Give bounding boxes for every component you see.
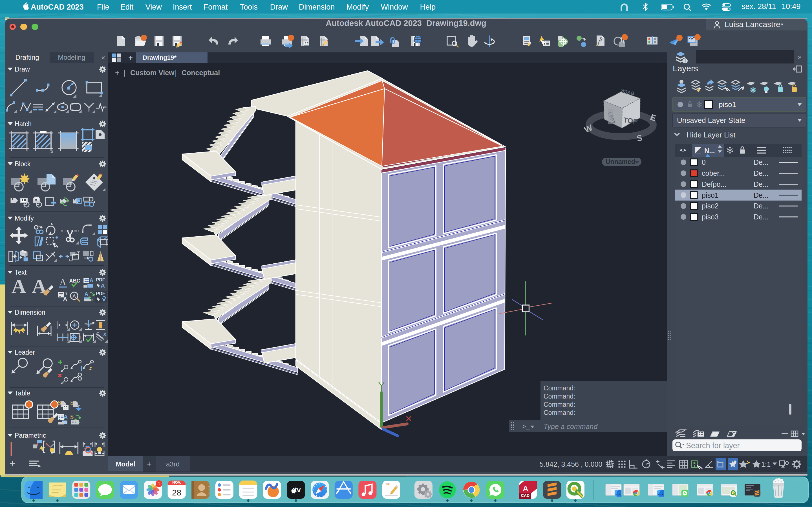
svg-text:Hatch: Hatch [14,120,31,128]
svg-text:>_: >_ [522,422,529,430]
svg-text:PDF: PDF [96,291,105,296]
svg-text:28: 28 [172,488,181,497]
svg-text:Block: Block [14,160,31,168]
svg-text:A: A [11,275,26,297]
svg-text:Defpo...: Defpo... [702,180,726,188]
svg-text:i: i [684,59,686,63]
svg-text:Model: Model [115,460,135,468]
svg-text:piso1: piso1 [702,191,718,199]
svg-text:Hide Layer List: Hide Layer List [686,131,735,139]
svg-text:Search for layer: Search for layer [686,441,740,450]
svg-text:1: 1 [158,481,160,487]
svg-text:Command:: Command: [543,400,575,408]
svg-text:Draw: Draw [14,66,30,73]
svg-text:A: A [63,414,67,420]
svg-text:Table: Table [14,390,30,397]
svg-text:NOV.: NOV. [172,480,181,485]
svg-text:A: A [72,293,75,299]
svg-text:A: A [523,484,528,493]
svg-text:De...: De... [753,169,768,177]
svg-text:A: A [59,277,66,287]
svg-text:Command:: Command: [543,384,575,392]
svg-text:“: “ [386,482,390,489]
svg-text:Leader: Leader [14,349,35,356]
svg-text:+: + [146,459,151,469]
svg-text:S: S [70,413,73,420]
svg-text:|: | [174,68,176,76]
svg-text:Custom View: Custom View [130,68,174,76]
svg-text:A: A [100,283,104,289]
svg-text:TOP: TOP [622,115,638,125]
svg-text:Unnamed: Unnamed [605,158,635,165]
svg-text:»: » [798,54,801,61]
svg-text:Type a command: Type a command [543,422,598,430]
svg-text:|: | [123,68,125,76]
svg-text:Command:: Command: [543,392,575,400]
svg-text:x: x [103,331,106,337]
svg-text:piso2: piso2 [702,202,718,210]
svg-text:+: + [115,68,119,76]
svg-text:E: E [649,112,657,123]
svg-text:.1: .1 [77,335,81,340]
svg-text:cober...: cober... [702,169,725,177]
svg-text:a3rd: a3rd [166,460,179,468]
svg-text:A: A [89,277,93,283]
svg-text:piso1: piso1 [718,100,736,109]
svg-text:A: A [63,296,67,303]
svg-text:De...: De... [753,158,768,166]
svg-text:CAD: CAD [521,493,529,498]
svg-text:Modify: Modify [14,215,34,222]
svg-text:Layers: Layers [672,64,698,73]
svg-text:A: A [84,291,88,297]
svg-text:De...: De... [753,191,768,199]
svg-text:Conceptual: Conceptual [181,68,220,76]
svg-text:De...: De... [753,213,768,221]
svg-text:De...: De... [753,180,768,188]
svg-text:De...: De... [753,202,768,210]
svg-text:piso3: piso3 [702,213,718,221]
svg-text:Parametric: Parametric [14,432,46,439]
svg-text:N...: N... [704,147,714,154]
svg-text:Dimension: Dimension [14,309,45,316]
svg-text:0: 0 [702,158,705,166]
svg-text:5.842, 3.456 , 0.000: 5.842, 3.456 , 0.000 [539,460,602,468]
svg-text:Command:: Command: [543,409,575,416]
svg-text:Unsaved Layer State: Unsaved Layer State [677,116,745,124]
svg-text:PDF: PDF [96,277,105,282]
svg-text:ABC: ABC [69,278,80,284]
svg-text:1:1: 1:1 [761,460,770,468]
